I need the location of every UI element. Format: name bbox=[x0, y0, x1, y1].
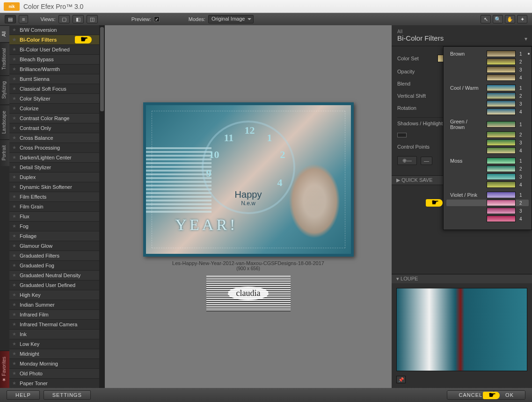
thumb-view-icon[interactable]: ▤ bbox=[5, 15, 16, 23]
color-swatch-row[interactable]: 3 bbox=[446, 208, 529, 214]
loupe-view[interactable] bbox=[396, 288, 527, 371]
filter-item[interactable]: Film Grain bbox=[9, 202, 105, 212]
preview-label: Preview: bbox=[131, 16, 151, 22]
scrollbar[interactable] bbox=[99, 25, 105, 388]
panel-menu-icon[interactable]: ▾ bbox=[525, 36, 527, 42]
swatch-index: 3 bbox=[519, 101, 524, 107]
filter-item[interactable]: Graduated Filters bbox=[9, 251, 105, 261]
filter-item[interactable]: Paper Toner bbox=[9, 379, 105, 388]
filter-item[interactable]: Burnt Sienna bbox=[9, 74, 105, 84]
view-split-icon[interactable]: ◧ bbox=[73, 15, 84, 23]
color-swatch-row[interactable]: 3 bbox=[446, 139, 529, 146]
filter-item[interactable]: Flux bbox=[9, 212, 105, 222]
filter-item[interactable]: Fog bbox=[9, 222, 105, 231]
filter-item[interactable]: Brilliance/Warmth bbox=[9, 65, 105, 74]
filter-item[interactable]: Monday Morning bbox=[9, 359, 105, 369]
color-swatch-row[interactable]: 3 bbox=[446, 66, 529, 73]
filter-item[interactable]: Graduated Fog bbox=[9, 261, 105, 271]
vtab-traditional[interactable]: Traditional bbox=[0, 42, 9, 75]
filter-item[interactable]: Detail Stylizer bbox=[9, 163, 105, 172]
vtab-stylizing[interactable]: Stylizing bbox=[0, 75, 9, 104]
color-swatch-row[interactable]: 4 bbox=[446, 108, 529, 115]
filter-item[interactable]: Midnight bbox=[9, 349, 105, 359]
filter-item[interactable]: Graduated Neutral Density bbox=[9, 271, 105, 280]
filter-item[interactable]: High Key bbox=[9, 290, 105, 300]
vertical-tabs: All Traditional Stylizing Landscape Port… bbox=[0, 25, 9, 388]
light-tool-icon[interactable]: ✦ bbox=[517, 15, 527, 23]
filter-item[interactable]: B/W Conversion bbox=[9, 25, 105, 35]
filter-item[interactable]: Duplex bbox=[9, 172, 105, 182]
filter-item[interactable]: Graduated User Defined bbox=[9, 280, 105, 290]
view-single-icon[interactable]: ▢ bbox=[58, 15, 70, 23]
vtab-landscape[interactable]: Landscape bbox=[0, 105, 9, 139]
pan-tool-icon[interactable]: ✋ bbox=[505, 15, 515, 23]
filter-item[interactable]: Colorize bbox=[9, 104, 105, 114]
filter-item[interactable]: Contrast Only bbox=[9, 123, 105, 133]
color-swatch-row[interactable]: 3 bbox=[446, 173, 529, 180]
color-swatch-row[interactable]: Brown1 bbox=[446, 50, 529, 57]
blend-label: Blend bbox=[397, 81, 434, 86]
swatch-index: 2 bbox=[519, 132, 524, 137]
champagne-graphic bbox=[289, 164, 340, 238]
color-swatch-row[interactable]: 2 bbox=[446, 131, 529, 138]
filter-item[interactable]: Bi-Color User Defined bbox=[9, 45, 105, 55]
filter-item[interactable]: Infrared Film bbox=[9, 310, 105, 320]
panel-header: All Bi-Color Filters ▾ bbox=[392, 25, 532, 46]
filter-item[interactable]: Glamour Glow bbox=[9, 241, 105, 251]
filter-item[interactable]: Classical Soft Focus bbox=[9, 84, 105, 94]
filter-item[interactable]: Old Photo bbox=[9, 369, 105, 379]
filter-item[interactable]: Cross Balance bbox=[9, 133, 105, 143]
filter-item[interactable]: Indian Summer bbox=[9, 300, 105, 310]
swatch-index: 2 bbox=[519, 59, 524, 65]
color-swatch-row[interactable]: 4 bbox=[446, 181, 529, 188]
loupe-pin-icon[interactable]: 📌 bbox=[396, 376, 406, 383]
shadows-toggle[interactable] bbox=[397, 133, 407, 137]
zoom-tool-icon[interactable]: 🔍 bbox=[493, 15, 503, 23]
filter-item[interactable]: Contrast Color Range bbox=[9, 114, 105, 123]
filter-item[interactable]: Low Key bbox=[9, 339, 105, 349]
color-swatch-row[interactable]: 4 bbox=[446, 74, 529, 81]
vtab-portrait[interactable]: Portrait bbox=[0, 139, 9, 166]
color-swatch-row[interactable]: Moss1 bbox=[446, 158, 529, 164]
scroll-thumb[interactable] bbox=[100, 27, 104, 111]
logo-icon: nik bbox=[4, 2, 20, 11]
filter-list[interactable]: B/W ConversionBi-Color FiltersBi-Color U… bbox=[9, 25, 105, 388]
preview-checkbox[interactable]: ✓ bbox=[154, 16, 160, 22]
modes-dropdown[interactable]: Original Image bbox=[208, 15, 254, 23]
color-swatch-row[interactable]: Violet / Pink1 bbox=[446, 192, 529, 198]
color-swatch-row[interactable]: 2 bbox=[446, 93, 529, 99]
filter-item[interactable]: Bleach Bypass bbox=[9, 55, 105, 65]
list-view-icon[interactable]: ≡ bbox=[19, 15, 28, 23]
color-swatch-row[interactable]: Green / Brown1 bbox=[446, 119, 529, 130]
vtab-favorites[interactable]: ★ Favorites bbox=[0, 351, 9, 388]
swatch-index: 1 bbox=[519, 51, 524, 57]
add-cpoint-button[interactable]: ⊕— bbox=[397, 156, 417, 165]
color-swatch-row[interactable]: Cool / Warm1 bbox=[446, 85, 529, 91]
filter-item[interactable]: Film Effects bbox=[9, 192, 105, 202]
views-label: Views: bbox=[40, 16, 55, 22]
filter-item[interactable]: Darken/Lighten Center bbox=[9, 153, 105, 163]
loupe-header[interactable]: ▾ LOUPE bbox=[392, 274, 532, 283]
color-swatch-row[interactable]: 2 bbox=[446, 58, 529, 65]
filter-item[interactable]: Dynamic Skin Softener bbox=[9, 182, 105, 192]
color-swatch-row[interactable]: 2 bbox=[446, 165, 529, 172]
swatch-index: 4 bbox=[519, 75, 524, 80]
toolbar: ▤ ≡ Views: ▢ ◧ ◫ Preview: ✓ Modes: Origi… bbox=[0, 13, 532, 25]
color-swatch-row[interactable]: 4 bbox=[446, 147, 529, 154]
color-swatch-row[interactable]: 3 bbox=[446, 100, 529, 107]
vtab-all[interactable]: All bbox=[0, 25, 9, 42]
settings-button[interactable]: SETTINGS bbox=[44, 390, 91, 400]
filter-item[interactable]: Ink bbox=[9, 330, 105, 339]
pointer-tool-icon[interactable]: ↖ bbox=[481, 15, 491, 23]
color-swatch-row[interactable]: 2 bbox=[446, 200, 529, 206]
remove-cpoint-button[interactable]: — bbox=[421, 157, 432, 165]
filter-item[interactable]: Bi-Color Filters bbox=[9, 35, 105, 45]
color-swatch-row[interactable]: 4 bbox=[446, 215, 529, 222]
filter-item[interactable]: Color Stylizer bbox=[9, 94, 105, 104]
help-button[interactable]: HELP bbox=[7, 390, 40, 400]
filter-item[interactable]: Foliage bbox=[9, 231, 105, 241]
view-side-icon[interactable]: ◫ bbox=[87, 15, 98, 23]
color-group-name: Moss bbox=[448, 158, 483, 164]
filter-item[interactable]: Cross Processing bbox=[9, 143, 105, 153]
filter-item[interactable]: Infrared Thermal Camera bbox=[9, 320, 105, 330]
